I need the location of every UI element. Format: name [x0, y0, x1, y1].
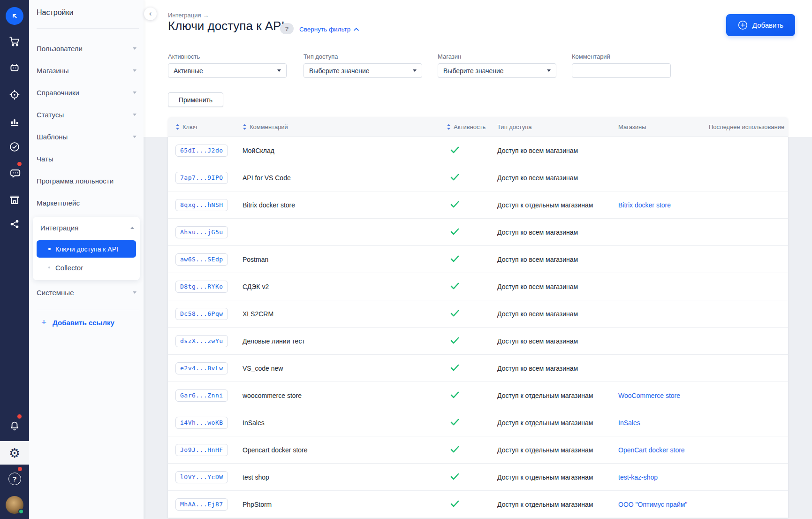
activity-cell — [447, 255, 497, 264]
add-link-button[interactable]: + Добавить ссылку — [41, 317, 114, 328]
api-key-chip[interactable]: aw6S...SEdp — [175, 253, 228, 266]
filter-label: Активность — [168, 53, 287, 60]
api-key-chip[interactable]: 8qxg...hNSH — [175, 199, 228, 211]
api-key-chip[interactable]: MhAA...Ej87 — [175, 498, 228, 511]
chat-notification-dot — [17, 162, 22, 166]
column-label: Последнее использование — [709, 123, 784, 130]
sidebar-collapse-button[interactable]: ‹ — [144, 8, 157, 20]
user-menu[interactable] — [0, 495, 29, 515]
share-icon — [9, 218, 21, 230]
table-row[interactable]: lOVY...YcDWtest shopДоступ к отдельным м… — [168, 464, 788, 491]
api-key-chip[interactable]: Gar6...Znni — [175, 389, 228, 402]
sidebar-item-collector[interactable]: Collector — [37, 261, 136, 274]
table-row[interactable]: 7ap7...9IPQAPI for VS CodeДоступ ко всем… — [168, 164, 788, 191]
key-cell: dszX...zwYu — [168, 335, 243, 347]
help-nav[interactable]: ? — [0, 468, 29, 489]
sidebar-item-system[interactable]: Системные — [29, 282, 144, 304]
table-row[interactable]: Gar6...Znniwoocommerce storeДоступ к отд… — [168, 382, 788, 409]
notifications-nav[interactable] — [0, 416, 29, 436]
bot-nav[interactable] — [0, 57, 29, 77]
activity-cell — [447, 473, 497, 481]
table-row[interactable]: dszX...zwYuДеловые линии тестДоступ ко в… — [168, 328, 788, 355]
table-header-row: Ключ Комментарий Активность Тип доступа … — [168, 117, 788, 137]
sidebar-item[interactable]: Программа лояльности — [29, 170, 144, 192]
analytics-nav[interactable] — [0, 111, 29, 131]
sidebar-item[interactable]: Статусы — [29, 104, 144, 126]
settings-nav-active[interactable]: ⚙ — [0, 441, 29, 465]
help-circle-icon: ? — [8, 473, 21, 485]
chats-nav[interactable] — [0, 163, 29, 183]
column-header-key[interactable]: Ключ — [168, 123, 243, 130]
api-key-chip[interactable]: lOVY...YcDW — [175, 471, 228, 483]
apply-filter-button[interactable]: Применить — [168, 92, 223, 107]
store-link[interactable]: ООО "Оптимус прайм" — [618, 501, 687, 508]
sidebar-item[interactable]: Чаты — [29, 148, 144, 170]
table-row[interactable]: Jo9J...HnHFOpencart docker storeДоступ к… — [168, 436, 788, 464]
table-row[interactable]: Ahsu...jG5uДоступ ко всем магазинам — [168, 219, 788, 246]
breadcrumb[interactable]: Интеграция → — [168, 12, 209, 19]
sidebar-item[interactable]: Справочники — [29, 82, 144, 104]
activity-select[interactable]: Активные — [168, 63, 287, 78]
marketplace-nav[interactable] — [0, 190, 29, 210]
divider — [37, 28, 139, 29]
column-label: Магазины — [618, 123, 646, 130]
access-type-select[interactable]: Выберите значение — [304, 63, 422, 78]
collapse-filter-link[interactable]: Свернуть фильтр — [299, 26, 359, 33]
table-row[interactable]: e2v4...BvLwVS_code newДоступ ко всем маг… — [168, 355, 788, 382]
store-link[interactable]: WooCommerce store — [618, 392, 680, 399]
sidebar-item-label: Магазины — [37, 67, 69, 75]
sidebar-item-integration[interactable]: Интеграция — [33, 217, 140, 238]
column-header-activity[interactable]: Активность — [447, 123, 497, 130]
store-link[interactable]: OpenCart docker store — [618, 446, 685, 454]
api-key-chip[interactable]: D8tg...RYKo — [175, 281, 228, 293]
orders-nav[interactable] — [0, 31, 29, 52]
store-link[interactable]: InSales — [618, 419, 640, 427]
target-nav[interactable] — [0, 84, 29, 105]
question-icon: ? — [285, 25, 289, 32]
bullet-icon — [48, 248, 51, 250]
chevron-down-icon — [133, 114, 137, 116]
active-checkmark-icon — [450, 419, 459, 427]
table-row[interactable]: aw6S...SEdpPostmanДоступ ко всем магазин… — [168, 246, 788, 273]
api-key-chip[interactable]: Dc58...6Pqw — [175, 308, 228, 320]
sidebar-item[interactable]: Магазины — [29, 60, 144, 82]
table-row[interactable]: MhAA...Ej87PhpStormДоступ к отдельным ма… — [168, 491, 788, 518]
key-cell: Dc58...6Pqw — [168, 308, 243, 320]
app-logo[interactable] — [0, 6, 29, 26]
sidebar-item[interactable]: Пользователи — [29, 38, 144, 60]
caret-down-icon — [277, 69, 281, 72]
tasks-nav[interactable] — [0, 137, 29, 157]
active-checkmark-icon — [450, 391, 459, 400]
store-link[interactable]: test-kaz-shop — [618, 473, 658, 481]
api-key-chip[interactable]: e2v4...BvLw — [175, 362, 228, 374]
sidebar-item[interactable]: Маркетплейс — [29, 192, 144, 214]
api-key-chip[interactable]: 7ap7...9IPQ — [175, 172, 228, 184]
api-key-chip[interactable]: dszX...zwYu — [175, 335, 228, 347]
table-row[interactable]: 65dI...J2doМойСкладДоступ ко всем магази… — [168, 137, 788, 164]
table-row[interactable]: 8qxg...hNSHBitrix docker storeДоступ к о… — [168, 191, 788, 219]
store-select[interactable]: Выберите значение — [438, 63, 556, 78]
api-key-chip[interactable]: Ahsu...jG5u — [175, 226, 228, 238]
bell-notification-dot — [17, 414, 22, 419]
table-row[interactable]: D8tg...RYKoСДЭК v2Доступ ко всем магазин… — [168, 273, 788, 300]
key-cell: 8qxg...hNSH — [168, 199, 243, 211]
add-button[interactable]: Добавить — [726, 14, 795, 36]
access-type-cell: Доступ ко всем магазинам — [497, 256, 618, 263]
api-key-chip[interactable]: 65dI...J2do — [175, 145, 228, 157]
comment-input[interactable] — [572, 63, 671, 78]
column-header-comment[interactable]: Комментарий — [243, 123, 447, 130]
sidebar-item[interactable]: Шаблоны — [29, 126, 144, 148]
integrations-nav[interactable] — [0, 214, 29, 234]
table-row[interactable]: Dc58...6PqwXLS2CRMДоступ ко всем магазин… — [168, 300, 788, 328]
api-key-chip[interactable]: i4Vh...woKB — [175, 417, 228, 429]
table-row[interactable]: i4Vh...woKBInSalesДоступ к отдельным маг… — [168, 409, 788, 436]
comment-cell: СДЭК v2 — [243, 283, 447, 290]
access-type-cell: Доступ ко всем магазинам — [497, 310, 618, 318]
help-button[interactable]: ? — [280, 23, 294, 34]
sidebar-item-api-keys-active[interactable]: Ключи доступа к API — [37, 240, 136, 258]
api-key-chip[interactable]: Jo9J...HnHF — [175, 444, 228, 456]
activity-cell — [447, 391, 497, 400]
column-header-stores: Магазины — [618, 123, 709, 130]
active-checkmark-icon — [450, 228, 459, 237]
store-link[interactable]: Bitrix docker store — [618, 201, 671, 209]
